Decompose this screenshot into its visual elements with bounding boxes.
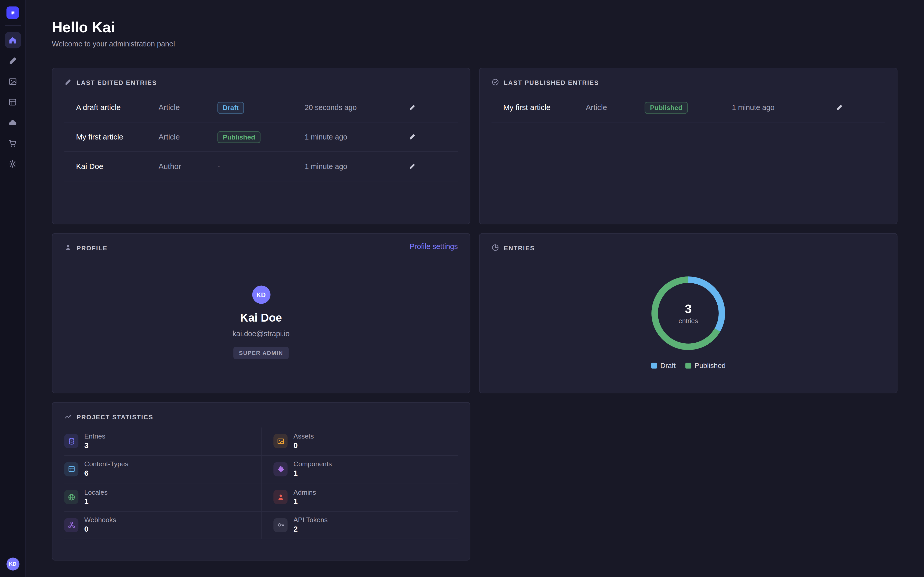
sidebar-item-content-type-builder[interactable] [4, 93, 21, 110]
entry-time: 20 seconds ago [305, 103, 404, 111]
table-row: My first articleArticlePublished1 minute… [491, 93, 885, 122]
sidebar-item-content-manager[interactable] [4, 52, 21, 69]
widget-title: PROJECT STATISTICS [76, 413, 153, 420]
entry-time: 1 minute ago [305, 162, 404, 171]
stat-item-content-types: Content-Types6 [64, 455, 261, 484]
sidebar-item-cloud[interactable] [4, 114, 21, 131]
widget-header: LAST EDITED ENTRIES [52, 68, 470, 86]
sidebar-item-media-library[interactable] [4, 73, 21, 90]
stat-label: Content-Types [84, 461, 128, 468]
strapi-admin-page: KD Hello Kai Welcome to your administrat… [0, 0, 924, 577]
stat-label: Assets [293, 433, 313, 440]
stat-text: Locales1 [84, 488, 108, 506]
stat-item-locales: Locales1 [64, 484, 261, 511]
entry-title: My first article [76, 132, 158, 141]
widget-header: PROFILE [52, 234, 470, 251]
entries-donut: 3 entries [650, 275, 726, 351]
sidebar-item-settings[interactable] [4, 155, 21, 172]
stat-label: Components [293, 461, 332, 468]
stat-label: Locales [84, 488, 108, 496]
stat-label: API Tokens [293, 516, 328, 524]
gear-icon [8, 159, 17, 168]
table-row: A draft articleArticleDraft20 seconds ag… [64, 93, 458, 122]
stat-text: Components1 [293, 461, 332, 478]
widget-header: PROJECT STATISTICS [52, 403, 470, 420]
profile-settings-link[interactable]: Profile settings [410, 243, 458, 251]
profile-name: Kai Doe [240, 311, 282, 325]
edit-entry-button[interactable] [404, 158, 420, 174]
stat-text: Assets0 [293, 433, 313, 450]
legend-item-published: Published [685, 362, 725, 370]
entry-type: Article [158, 103, 218, 112]
widget-last-edited-entries: LAST EDITED ENTRIES A draft articleArtic… [52, 68, 470, 224]
globe-icon [64, 490, 78, 504]
stat-value: 2 [293, 525, 328, 533]
trend-icon [64, 413, 72, 420]
widget-profile: PROFILE Profile settings KD Kai Doe kai.… [52, 233, 470, 393]
pen-icon [8, 56, 17, 65]
stat-item-components: Components1 [261, 455, 458, 484]
stat-value: 3 [84, 441, 105, 450]
entry-title: Kai Doe [76, 162, 158, 171]
widget-title: ENTRIES [504, 244, 535, 251]
entry-title: A draft article [76, 103, 158, 112]
stat-text: Content-Types6 [84, 461, 128, 478]
widget-title: PROFILE [76, 244, 108, 251]
user-icon [273, 490, 288, 504]
edit-entry-button[interactable] [404, 99, 420, 116]
database-icon [64, 434, 78, 448]
pencil-icon [408, 103, 416, 111]
role-badge: SUPER ADMIN [233, 347, 289, 359]
edit-entry-button[interactable] [831, 99, 847, 116]
stat-value: 6 [84, 469, 128, 477]
sidebar-item-marketplace[interactable] [4, 135, 21, 151]
legend-item-draft: Draft [651, 362, 675, 370]
entries-body: 3 entries DraftPublished [480, 251, 897, 369]
stat-label: Webhooks [84, 516, 116, 524]
pencil-icon [408, 163, 416, 170]
stat-value: 1 [293, 497, 316, 506]
stat-label: Entries [84, 433, 105, 440]
donut-legend: DraftPublished [651, 362, 725, 370]
legend-swatch [685, 363, 691, 369]
legend-label: Published [695, 362, 725, 370]
stat-text: Admins1 [293, 488, 316, 506]
table-row: My first articleArticlePublished1 minute… [64, 122, 458, 152]
entry-type: Author [158, 162, 218, 171]
strapi-logo-icon[interactable] [6, 6, 19, 19]
entry-time: 1 minute ago [305, 133, 404, 141]
widget-last-published-entries: LAST PUBLISHED ENTRIES My first articleA… [479, 68, 898, 224]
entry-status: - [217, 162, 305, 171]
entry-status: Draft [217, 102, 305, 113]
widget-title: LAST EDITED ENTRIES [76, 79, 157, 86]
stat-item-assets: Assets0 [261, 427, 458, 455]
entry-type: Article [586, 103, 645, 112]
last-published-table: My first articleArticlePublished1 minute… [491, 93, 885, 122]
sidebar: KD [0, 0, 26, 577]
stat-item-api-tokens: API Tokens2 [261, 511, 458, 539]
donut-center: 3 entries [650, 275, 726, 351]
stats-grid: Entries3Assets0Content-Types6Components1… [64, 427, 458, 539]
pencil-icon [835, 103, 843, 111]
legend-label: Draft [661, 362, 676, 370]
home-icon [8, 35, 17, 44]
stat-value: 1 [84, 497, 108, 506]
widget-header: ENTRIES [480, 234, 897, 251]
layout-icon [8, 97, 17, 106]
sidebar-user-avatar[interactable]: KD [6, 558, 19, 571]
page-title: Hello Kai [52, 18, 898, 36]
cloud-icon [8, 118, 17, 127]
table-row: Kai DoeAuthor-1 minute ago [64, 152, 458, 181]
pencil-icon [408, 133, 416, 141]
edit-entry-button[interactable] [404, 129, 420, 145]
puzzle-icon [273, 462, 288, 476]
stat-item-entries: Entries3 [64, 427, 261, 455]
widget-grid: LAST EDITED ENTRIES A draft articleArtic… [52, 68, 898, 561]
sidebar-item-home[interactable] [4, 32, 21, 48]
sidebar-nav [4, 32, 21, 172]
page-subtitle: Welcome to your administration panel [52, 40, 898, 49]
widget-project-statistics: PROJECT STATISTICS Entries3Assets0Conten… [52, 402, 470, 561]
stat-value: 0 [293, 441, 313, 450]
profile-email: kai.doe@strapi.io [233, 330, 289, 338]
stat-text: API Tokens2 [293, 516, 328, 533]
